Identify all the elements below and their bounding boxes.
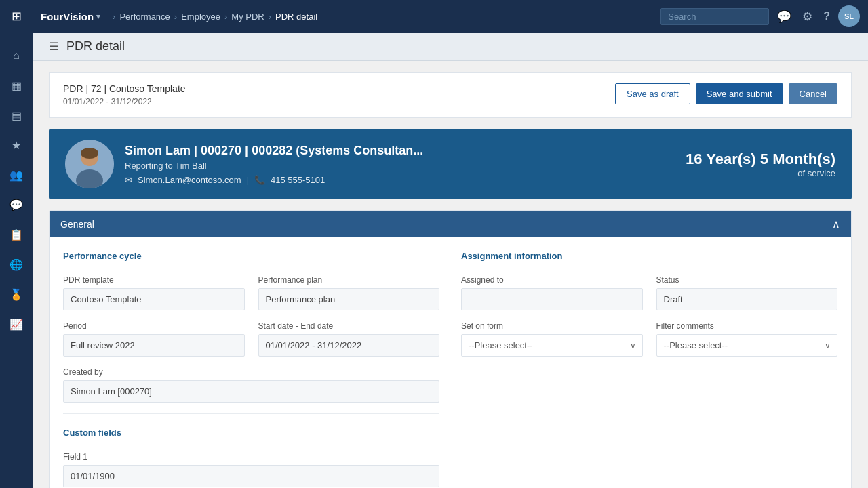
people-icon: 👥	[9, 169, 23, 182]
employee-avatar-svg	[65, 140, 114, 188]
breadcrumb-item-pdrdetail: PDR detail	[275, 12, 317, 22]
message-icon[interactable]: 💬	[774, 7, 794, 26]
period-group: Period	[63, 321, 245, 357]
star-icon: ★	[12, 139, 21, 152]
grid-icon: ⊞	[12, 9, 22, 24]
status-group: Status	[656, 275, 838, 310]
general-section-card: General ∧ Performance cycle PDR template	[49, 210, 852, 488]
form-row-field1: Field 1	[63, 452, 439, 487]
globe-icon: 🌐	[9, 258, 23, 271]
sidebar-rail: ⊞ ⌂ ▦ ▤ ★ 👥 💬 📋 🌐 🏅 📈	[0, 0, 33, 488]
sidebar-item-trends[interactable]: 📈	[0, 309, 33, 339]
performance-cycle-title: Performance cycle	[63, 251, 439, 264]
help-icon[interactable]: ?	[821, 7, 833, 25]
cancel-button[interactable]: Cancel	[789, 83, 837, 104]
performance-plan-group: Performance plan	[258, 275, 440, 310]
general-section-title: General	[60, 219, 94, 230]
folder-icon: ▤	[12, 109, 22, 122]
mail-icon: ✉	[125, 175, 132, 185]
breadcrumb-item-performance[interactable]: Performance	[119, 12, 170, 22]
sidebar-item-globe[interactable]: 🌐	[0, 249, 33, 279]
breadcrumb-sep-2: ›	[224, 12, 227, 22]
assigned-to-label: Assigned to	[461, 275, 643, 285]
custom-fields-title: Custom fields	[63, 428, 439, 441]
save-submit-button[interactable]: Save and submit	[696, 83, 783, 104]
set-on-form-select-wrapper: --Please select-- ∨	[461, 334, 643, 357]
save-draft-button[interactable]: Save as draft	[615, 83, 690, 104]
badge-icon: 🏅	[9, 288, 23, 301]
start-end-date-label: Start date - End date	[258, 321, 440, 331]
sidebar-item-favorites[interactable]: ★	[0, 130, 33, 160]
set-on-form-select[interactable]: --Please select--	[461, 334, 643, 357]
hamburger-button[interactable]: ☰	[49, 40, 58, 53]
grid-menu-button[interactable]: ⊞	[0, 0, 33, 33]
field1-label: Field 1	[63, 452, 439, 462]
sidebar-item-chat[interactable]: 💬	[0, 190, 33, 220]
sidebar-item-files[interactable]: ▤	[0, 100, 33, 130]
pdr-actions: Save as draft Save and submit Cancel	[615, 83, 837, 104]
set-on-form-group: Set on form --Please select-- ∨	[461, 321, 643, 357]
assigned-to-input[interactable]	[461, 288, 643, 310]
general-section-body: Performance cycle PDR template Performan…	[50, 237, 851, 488]
field1-group: Field 1	[63, 452, 439, 487]
form-row-template-plan: PDR template Performance plan	[63, 275, 439, 310]
performance-plan-input	[258, 288, 440, 310]
start-end-date-group: Start date - End date	[258, 321, 440, 357]
dashboard-icon: ▦	[12, 79, 22, 92]
filter-comments-select[interactable]: --Please select--	[656, 334, 838, 357]
clipboard-icon: 📋	[9, 228, 23, 241]
sidebar-item-tasks[interactable]: 📋	[0, 220, 33, 249]
avatar-initials: SL	[844, 12, 854, 20]
filter-comments-select-wrapper: --Please select-- ∨	[656, 334, 838, 357]
trend-icon: 📈	[9, 318, 23, 331]
chat-icon: 💬	[9, 199, 23, 211]
created-by-input	[63, 380, 439, 403]
pdr-header-card: PDR | 72 | Contoso Template 01/01/2022 -…	[49, 72, 852, 118]
brand-logo[interactable]: FourVision ▾	[41, 11, 100, 22]
breadcrumb-item-mypdr[interactable]: My PDR	[231, 12, 264, 22]
employee-right: 16 Year(s) 5 Month(s) of service	[686, 150, 835, 178]
period-label: Period	[63, 321, 245, 331]
breadcrumb-sep-1: ›	[174, 12, 177, 22]
page-header-bar: ☰ PDR detail	[33, 33, 868, 61]
assigned-to-group: Assigned to	[461, 275, 643, 310]
status-input	[656, 288, 838, 310]
sidebar-item-people[interactable]: 👥	[0, 160, 33, 190]
avatar[interactable]: SL	[838, 5, 860, 27]
sidebar-item-home[interactable]: ⌂	[0, 41, 33, 70]
topnav: FourVision ▾ › Performance › Employee › …	[33, 0, 868, 33]
pdr-template-label: PDR template	[63, 275, 245, 285]
pdr-template-input	[63, 288, 245, 310]
sidebar-item-badge[interactable]: 🏅	[0, 279, 33, 309]
start-end-date-input	[258, 334, 440, 357]
pdr-title: PDR | 72 | Contoso Template	[63, 83, 186, 94]
settings-icon[interactable]: ⚙	[800, 7, 815, 26]
phone-icon: 📞	[254, 175, 265, 185]
form-row-set-form-filter: Set on form --Please select-- ∨	[461, 321, 837, 357]
form-row-created-by: Created by	[63, 367, 439, 403]
employee-details: Simon Lam | 000270 | 000282 (Systems Con…	[125, 144, 423, 185]
created-by-group: Created by	[63, 367, 439, 403]
home-icon: ⌂	[13, 49, 20, 62]
form-row-assigned-status: Assigned to Status	[461, 275, 837, 310]
status-label: Status	[656, 275, 838, 285]
breadcrumb-item-employee[interactable]: Employee	[181, 12, 220, 22]
employee-left: Simon Lam | 000270 | 000282 (Systems Con…	[65, 140, 423, 188]
breadcrumb-sep-3: ›	[269, 12, 271, 22]
pdr-template-group: PDR template	[63, 275, 245, 310]
pdr-info: PDR | 72 | Contoso Template 01/01/2022 -…	[63, 83, 186, 106]
sidebar-item-dashboard[interactable]: ▦	[0, 70, 33, 100]
search-input[interactable]	[660, 8, 769, 25]
main-wrapper: FourVision ▾ › Performance › Employee › …	[33, 0, 868, 488]
performance-cycle-column: Performance cycle PDR template Performan…	[63, 251, 439, 488]
created-by-label: Created by	[63, 367, 439, 377]
service-years: 16 Year(s) 5 Month(s)	[686, 150, 835, 168]
field1-input	[63, 465, 439, 487]
performance-plan-label: Performance plan	[258, 275, 440, 285]
contact-separator: |	[247, 175, 249, 185]
assignment-info-title: Assignment information	[461, 251, 837, 264]
service-label: of service	[686, 168, 835, 178]
content-area: PDR | 72 | Contoso Template 01/01/2022 -…	[33, 61, 868, 488]
general-section-header[interactable]: General ∧	[50, 211, 851, 237]
breadcrumb-sep-0: ›	[113, 12, 115, 22]
